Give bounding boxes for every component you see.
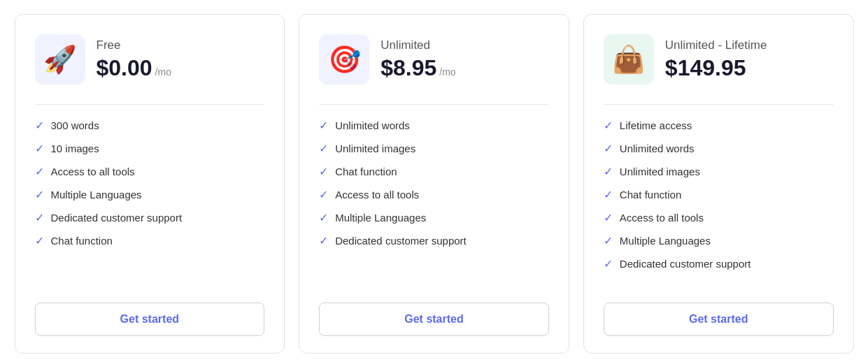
feature-item: ✓ Dedicated customer support bbox=[319, 234, 549, 247]
check-icon: ✓ bbox=[604, 188, 613, 201]
price-amount: $8.95 bbox=[380, 55, 436, 81]
feature-text: 300 words bbox=[51, 119, 99, 131]
plan-period: /mo bbox=[155, 66, 171, 78]
plan-price: $0.00 /mo bbox=[97, 55, 171, 81]
feature-item: ✓ Access to all tools bbox=[35, 165, 265, 178]
feature-item: ✓ Dedicated customer support bbox=[35, 211, 265, 224]
price-amount: $149.95 bbox=[665, 55, 746, 81]
check-icon: ✓ bbox=[319, 165, 328, 178]
price-amount: $0.00 bbox=[97, 55, 152, 81]
plan-period: /mo bbox=[439, 66, 455, 78]
check-icon: ✓ bbox=[604, 142, 613, 155]
check-icon: ✓ bbox=[319, 188, 328, 201]
plan-price: $149.95 bbox=[665, 55, 767, 81]
feature-item: ✓ Multiple Languages bbox=[35, 188, 265, 201]
feature-text: Access to all tools bbox=[620, 212, 704, 224]
feature-item: ✓ 300 words bbox=[35, 119, 265, 132]
plan-name: Unlimited - Lifetime bbox=[665, 38, 767, 52]
check-icon: ✓ bbox=[35, 188, 44, 201]
pricing-card-unlimited: 🎯 Unlimited $8.95 /mo ✓ Unlimited words … bbox=[299, 14, 569, 354]
feature-item: ✓ Unlimited words bbox=[604, 142, 834, 155]
features-list: ✓ Lifetime access ✓ Unlimited words ✓ Un… bbox=[604, 119, 834, 280]
check-icon: ✓ bbox=[604, 257, 613, 270]
plan-icon: 🚀 bbox=[35, 34, 85, 85]
pricing-card-free: 🚀 Free $0.00 /mo ✓ 300 words ✓ 10 ima bbox=[15, 14, 285, 354]
feature-text: Multiple Languages bbox=[335, 212, 426, 224]
feature-text: Unlimited images bbox=[620, 166, 700, 177]
feature-item: ✓ Chat function bbox=[604, 188, 834, 201]
check-icon: ✓ bbox=[319, 119, 328, 132]
card-header: 👜 Unlimited - Lifetime $149.95 bbox=[604, 34, 834, 85]
get-started-button[interactable]: Get started bbox=[319, 303, 549, 336]
check-icon: ✓ bbox=[604, 119, 613, 132]
feature-text: Unlimited words bbox=[620, 143, 695, 154]
check-icon: ✓ bbox=[35, 142, 44, 155]
feature-item: ✓ Unlimited images bbox=[319, 142, 549, 155]
check-icon: ✓ bbox=[35, 165, 44, 178]
feature-item: ✓ Unlimited words bbox=[319, 119, 549, 132]
feature-text: Multiple Languages bbox=[51, 189, 142, 201]
plan-icon: 👜 bbox=[604, 34, 654, 85]
plan-icon: 🎯 bbox=[319, 34, 369, 85]
check-icon: ✓ bbox=[35, 119, 44, 132]
header-text: Unlimited - Lifetime $149.95 bbox=[665, 38, 767, 81]
check-icon: ✓ bbox=[604, 211, 613, 224]
check-icon: ✓ bbox=[604, 165, 613, 178]
feature-item: ✓ Chat function bbox=[319, 165, 549, 178]
feature-item: ✓ 10 images bbox=[35, 142, 265, 155]
feature-item: ✓ Lifetime access bbox=[604, 119, 834, 132]
check-icon: ✓ bbox=[604, 234, 613, 247]
feature-text: 10 images bbox=[51, 143, 99, 154]
get-started-button[interactable]: Get started bbox=[604, 303, 834, 336]
card-header: 🚀 Free $0.00 /mo bbox=[35, 34, 265, 85]
features-list: ✓ Unlimited words ✓ Unlimited images ✓ C… bbox=[319, 119, 549, 280]
feature-text: Multiple Languages bbox=[620, 235, 711, 247]
divider bbox=[319, 104, 549, 105]
feature-text: Unlimited words bbox=[335, 119, 410, 131]
pricing-card-lifetime: 👜 Unlimited - Lifetime $149.95 ✓ Lifetim… bbox=[583, 14, 854, 354]
check-icon: ✓ bbox=[319, 211, 328, 224]
check-icon: ✓ bbox=[35, 234, 44, 247]
get-started-button[interactable]: Get started bbox=[35, 303, 265, 336]
feature-text: Dedicated customer support bbox=[51, 212, 183, 224]
features-list: ✓ 300 words ✓ 10 images ✓ Access to all … bbox=[35, 119, 265, 280]
feature-item: ✓ Access to all tools bbox=[604, 211, 834, 224]
divider bbox=[604, 104, 834, 105]
feature-text: Access to all tools bbox=[51, 166, 135, 177]
card-header: 🎯 Unlimited $8.95 /mo bbox=[319, 34, 549, 85]
feature-item: ✓ Multiple Languages bbox=[604, 234, 834, 247]
pricing-container: 🚀 Free $0.00 /mo ✓ 300 words ✓ 10 ima bbox=[15, 14, 854, 354]
feature-item: ✓ Multiple Languages bbox=[319, 211, 549, 224]
divider bbox=[35, 104, 265, 105]
plan-name: Unlimited bbox=[380, 38, 455, 52]
feature-text: Chat function bbox=[620, 189, 681, 201]
feature-item: ✓ Access to all tools bbox=[319, 188, 549, 201]
check-icon: ✓ bbox=[319, 142, 328, 155]
feature-text: Chat function bbox=[51, 235, 113, 247]
feature-item: ✓ Chat function bbox=[35, 234, 265, 247]
plan-price: $8.95 /mo bbox=[380, 55, 455, 81]
feature-text: Lifetime access bbox=[620, 119, 692, 131]
feature-text: Dedicated customer support bbox=[335, 235, 467, 247]
feature-text: Chat function bbox=[335, 166, 397, 177]
header-text: Free $0.00 /mo bbox=[97, 38, 171, 81]
check-icon: ✓ bbox=[35, 211, 44, 224]
feature-text: Dedicated customer support bbox=[620, 258, 751, 270]
feature-text: Unlimited images bbox=[335, 143, 415, 154]
feature-item: ✓ Dedicated customer support bbox=[604, 257, 834, 270]
header-text: Unlimited $8.95 /mo bbox=[380, 38, 455, 81]
check-icon: ✓ bbox=[319, 234, 328, 247]
feature-item: ✓ Unlimited images bbox=[604, 165, 834, 178]
plan-name: Free bbox=[97, 38, 171, 52]
feature-text: Access to all tools bbox=[335, 189, 419, 201]
